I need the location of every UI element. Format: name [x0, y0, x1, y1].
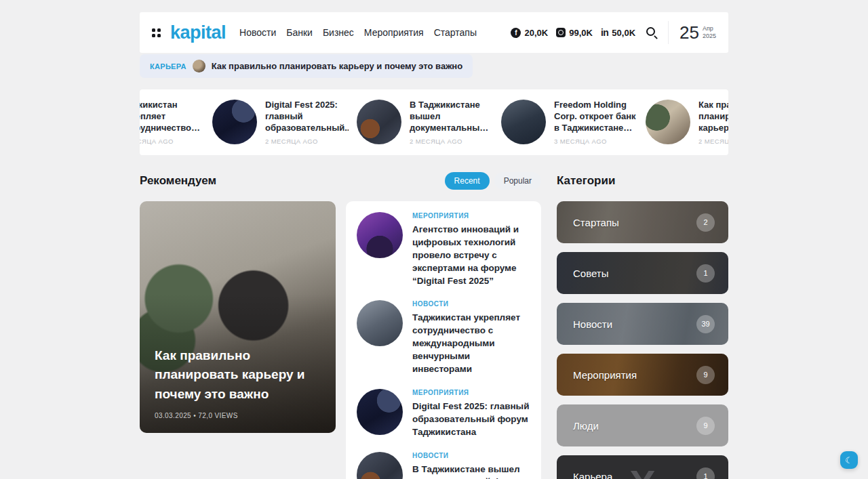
category-card-sovety[interactable]: Советы 1 — [557, 252, 728, 294]
article-thumbnail — [212, 100, 257, 144]
carousel-item[interactable]: Digital Fest 2025: главный образовательн… — [212, 100, 349, 145]
carousel-item-title[interactable]: Таджикистан укрепляет сотрудничество с..… — [140, 100, 204, 134]
date-day: 25 — [679, 22, 699, 43]
category-label: Люди — [573, 420, 599, 432]
featured-article-meta: 03.03.2025 • 72,0 VIEWS — [155, 412, 323, 419]
news-carousel: Таджикистан укрепляет сотрудничество с..… — [140, 89, 728, 155]
article-thumbnail — [357, 452, 403, 479]
article-category[interactable]: НОВОСТИ — [412, 452, 532, 459]
categories-heading: Категории — [557, 174, 615, 188]
category-label: Мероприятия — [573, 369, 637, 381]
article-category[interactable]: НОВОСТИ — [412, 300, 532, 308]
carousel-item-title[interactable]: Как правильно планировать карьеру и поче… — [698, 100, 728, 134]
article-thumbnail — [646, 100, 690, 144]
nav-item-novosti[interactable]: Новости — [239, 27, 276, 38]
instagram-count: 99,0K — [569, 28, 593, 38]
category-label: Карьера — [573, 471, 612, 479]
article-thumbnail — [357, 389, 403, 435]
carousel-item-time: 2 МЕСЯЦ... — [698, 138, 728, 145]
facebook-counter[interactable]: f 20,0K — [511, 28, 548, 38]
social-counters: f 20,0K 99,0K in 50,0K — [511, 27, 635, 38]
article-title[interactable]: Digital Fest 2025: главный образовательн… — [412, 400, 532, 439]
category-count-badge: 1 — [696, 467, 715, 479]
linkedin-count: 50,0K — [612, 28, 635, 38]
article-title[interactable]: В Таджикистане вышел документальный филь… — [412, 463, 532, 479]
nav-item-startapy[interactable]: Стартапы — [434, 27, 477, 38]
linkedin-counter[interactable]: in 50,0K — [601, 27, 635, 38]
ticker-avatar — [193, 60, 205, 72]
recommended-heading: Рекомендуем — [140, 174, 216, 188]
article-thumbnail — [501, 100, 546, 144]
search-icon[interactable] — [646, 27, 657, 38]
category-count-badge: 1 — [696, 264, 715, 283]
article-thumbnail — [357, 100, 401, 144]
current-date: 25 Апр 2025 — [679, 22, 716, 43]
carousel-item[interactable]: В Таджикистане вышел документальный филь… — [357, 100, 493, 145]
menu-grid-icon[interactable] — [152, 28, 161, 37]
carousel-item[interactable]: Таджикистан укрепляет сотрудничество с..… — [140, 100, 204, 145]
carousel-item-title[interactable]: В Таджикистане вышел документальный филь… — [410, 100, 493, 134]
article-category[interactable]: МЕРОПРИЯТИЯ — [412, 389, 532, 396]
moon-icon: ☾ — [845, 455, 853, 465]
header-divider — [668, 21, 669, 44]
article-title[interactable]: Таджикистан укрепляет сотрудничество с м… — [412, 312, 532, 375]
list-item[interactable]: МЕРОПРИЯТИЯ Digital Fest 2025: главный о… — [357, 389, 530, 439]
carousel-item[interactable]: Freedom Holding Corp. откроет банк в Тад… — [501, 100, 637, 145]
carousel-item-time: 2 МЕСЯЦА AGO — [410, 138, 493, 145]
nav-item-meropriyatiya[interactable]: Мероприятия — [364, 27, 424, 38]
tab-recent[interactable]: Recent — [445, 172, 490, 190]
category-label: Новости — [573, 318, 612, 330]
list-item[interactable]: МЕРОПРИЯТИЯ Агентство инноваций и цифров… — [357, 212, 530, 287]
nav-item-biznes[interactable]: Бизнес — [323, 27, 354, 38]
carousel-item-title[interactable]: Digital Fest 2025: главный образовательн… — [265, 100, 349, 134]
category-card-lyudi[interactable]: Люди 9 — [557, 404, 728, 446]
linkedin-icon: in — [601, 27, 608, 38]
category-label: Стартапы — [573, 217, 619, 228]
carousel-item[interactable]: Как правильно планировать карьеру и поче… — [646, 100, 728, 145]
article-thumbnail — [357, 300, 403, 346]
categories-sidebar: Стартапы 2 Советы 1 Новости 39 Мероприят… — [557, 201, 728, 479]
tab-popular[interactable]: Popular — [494, 172, 541, 190]
recent-popular-tabs: Recent Popular — [445, 172, 541, 190]
category-count-badge: 9 — [696, 366, 715, 384]
article-category[interactable]: МЕРОПРИЯТИЯ — [412, 212, 532, 220]
facebook-icon: f — [511, 28, 521, 38]
ticker-title[interactable]: Как правильно планировать карьеру и поче… — [212, 61, 462, 71]
article-list: МЕРОПРИЯТИЯ Агентство инноваций и цифров… — [346, 201, 541, 479]
dark-mode-toggle[interactable]: ☾ — [840, 451, 858, 469]
news-ticker[interactable]: КАРЬЕРА Как правильно планировать карьер… — [140, 54, 473, 78]
facebook-count: 20,0K — [524, 28, 548, 38]
article-title[interactable]: Агентство инноваций и цифровых технологи… — [412, 224, 532, 287]
category-count-badge: 9 — [696, 417, 715, 435]
site-header: kapital Новости Банки Бизнес Мероприятия… — [140, 12, 728, 53]
category-count-badge: 2 — [696, 213, 715, 232]
main-nav: Новости Банки Бизнес Мероприятия Стартап… — [239, 27, 477, 38]
category-card-karera[interactable]: X Карьера 1 — [557, 455, 728, 479]
category-card-startapy[interactable]: Стартапы 2 — [557, 201, 728, 243]
category-card-meropriyatiya[interactable]: Мероприятия 9 — [557, 354, 728, 396]
carousel-item-time: 2 МЕСЯЦА AGO — [140, 138, 204, 145]
date-month: Апр — [703, 25, 716, 33]
carousel-item-title[interactable]: Freedom Holding Corp. откроет банк в Тад… — [554, 100, 637, 134]
category-count-badge: 39 — [696, 315, 715, 333]
article-thumbnail — [357, 212, 403, 258]
date-year: 2025 — [703, 33, 716, 40]
featured-article[interactable]: Как правильно планировать карьеру и поче… — [140, 201, 336, 433]
site-logo[interactable]: kapital — [170, 22, 226, 43]
carousel-item-time: 3 МЕСЯЦА AGO — [554, 138, 637, 145]
category-card-novosti[interactable]: Новости 39 — [557, 303, 728, 345]
ticker-category[interactable]: КАРЬЕРА — [150, 62, 186, 70]
category-watermark: X — [629, 465, 656, 479]
list-item[interactable]: НОВОСТИ Таджикистан укрепляет сотрудниче… — [357, 300, 530, 375]
instagram-icon — [556, 28, 566, 37]
carousel-item-time: 2 МЕСЯЦА AGO — [265, 138, 349, 145]
instagram-counter[interactable]: 99,0K — [556, 28, 593, 38]
nav-item-banki[interactable]: Банки — [286, 27, 313, 38]
list-item[interactable]: НОВОСТИ В Таджикистане вышел документаль… — [357, 452, 530, 479]
category-label: Советы — [573, 268, 608, 279]
featured-article-title[interactable]: Как правильно планировать карьеру и поче… — [155, 346, 323, 404]
